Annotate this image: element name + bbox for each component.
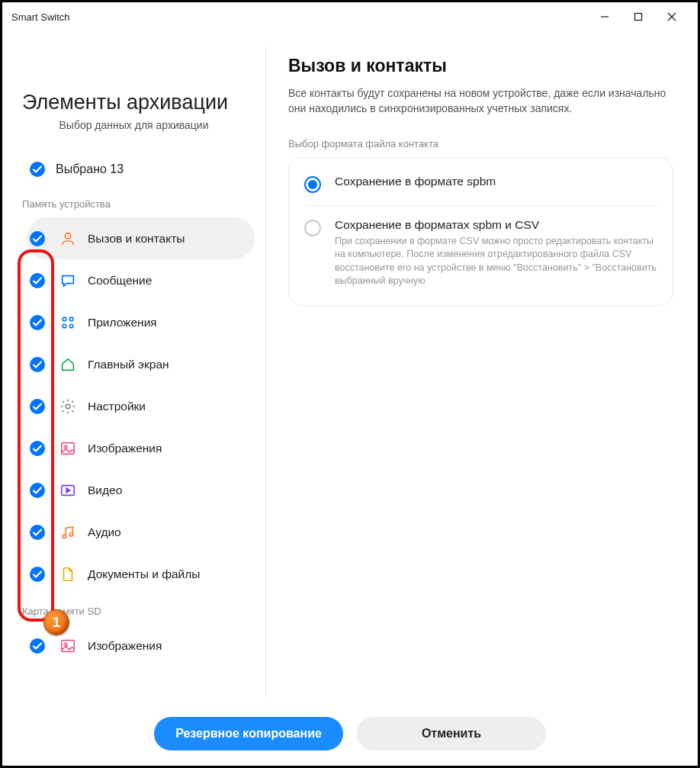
- sidebar-item-messages[interactable]: Сообщение: [27, 259, 255, 301]
- svg-rect-17: [62, 442, 75, 454]
- sidebar-item-homescreen[interactable]: Главный экран: [27, 343, 255, 385]
- svg-rect-1: [635, 14, 642, 21]
- detail-heading: Вызов и контакты: [288, 56, 673, 76]
- option-spbm-csv[interactable]: Сохранение в форматах spbm и CSV При сох…: [304, 205, 657, 300]
- sidebar-item-label: Изображения: [88, 639, 162, 653]
- svg-point-12: [69, 324, 73, 328]
- group-sd-card: Карта памяти SD: [2, 606, 265, 625]
- svg-point-22: [63, 535, 66, 538]
- cancel-button[interactable]: Отменить: [357, 717, 546, 750]
- video-icon: [59, 481, 77, 500]
- sidebar-item-settings[interactable]: Настройки: [27, 385, 255, 427]
- apps-icon: [59, 313, 77, 332]
- minimize-button[interactable]: [588, 4, 621, 30]
- sidebar-item-label: Изображения: [88, 442, 162, 455]
- document-icon: [59, 565, 77, 583]
- image-icon: [59, 637, 77, 655]
- sidebar-item-label: Приложения: [88, 316, 157, 329]
- gear-icon: [59, 397, 77, 416]
- detail-description: Все контакты будут сохранены на новом ус…: [288, 85, 669, 117]
- annotation-badge-1: 1: [43, 609, 69, 635]
- sidebar-item-label: Документы и файлы: [88, 567, 200, 581]
- vertical-divider: [265, 47, 266, 697]
- check-icon: [30, 483, 45, 498]
- home-icon: [59, 355, 77, 374]
- check-icon: [30, 441, 45, 456]
- svg-point-10: [69, 317, 73, 321]
- sidebar-item-audio[interactable]: Аудио: [27, 511, 255, 553]
- option-title: Сохранение в форматах spbm и CSV: [335, 218, 657, 232]
- footer: Резервное копирование Отменить: [2, 717, 698, 750]
- option-description: При сохранении в формате CSV можно прост…: [335, 235, 657, 288]
- svg-point-11: [63, 324, 66, 328]
- window-title: Smart Switch: [11, 11, 70, 23]
- check-icon: [30, 162, 45, 177]
- sidebar-item-label: Настройки: [88, 400, 146, 413]
- format-options-card: Сохранение в формате spbm Сохранение в ф…: [288, 157, 673, 306]
- svg-point-9: [63, 317, 66, 321]
- sidebar-item-apps[interactable]: Приложения: [27, 301, 255, 343]
- check-icon: [30, 399, 45, 414]
- titlebar: Smart Switch: [2, 2, 698, 31]
- image-icon: [59, 439, 77, 458]
- radio-selected-icon: [304, 176, 321, 193]
- check-icon: [30, 525, 45, 540]
- sidebar-heading: Элементы архивации: [2, 53, 265, 119]
- radio-unselected-icon: [304, 220, 321, 236]
- group-device-storage: Память устройства: [2, 198, 265, 217]
- detail-panel: Вызов и контакты Все контакты будут сохр…: [265, 31, 698, 766]
- check-icon: [30, 315, 45, 330]
- sidebar-subheading: Выбор данных для архивации: [2, 119, 265, 162]
- selected-count-row[interactable]: Выбрано 13: [2, 162, 265, 177]
- backup-button[interactable]: Резервное копирование: [154, 717, 343, 750]
- sidebar-item-documents[interactable]: Документы и файлы: [27, 553, 255, 595]
- sidebar-item-images[interactable]: Изображения: [27, 427, 255, 469]
- sidebar-item-label: Вызов и контакты: [88, 232, 185, 246]
- svg-point-18: [64, 445, 67, 448]
- svg-rect-26: [62, 640, 75, 651]
- selected-count-label: Выбрано 13: [56, 162, 124, 176]
- sidebar-item-label: Главный экран: [88, 358, 169, 371]
- check-icon: [30, 567, 45, 582]
- sidebar-item-label: Аудио: [88, 525, 121, 539]
- sidebar: Элементы архивации Выбор данных для архи…: [2, 31, 265, 766]
- option-title: Сохранение в формате spbm: [335, 175, 657, 188]
- sidebar-item-label: Видео: [88, 484, 122, 497]
- format-group-label: Выбор формата файла контакта: [288, 138, 673, 149]
- sidebar-item-label: Сообщение: [88, 274, 152, 288]
- check-icon: [30, 357, 45, 372]
- option-spbm[interactable]: Сохранение в формате spbm: [289, 162, 673, 205]
- close-button[interactable]: [655, 4, 689, 30]
- svg-point-6: [65, 233, 70, 238]
- check-icon: [30, 231, 45, 246]
- sidebar-item-contacts[interactable]: Вызов и контакты: [27, 217, 255, 259]
- sidebar-item-video[interactable]: Видео: [27, 469, 255, 511]
- svg-point-23: [69, 532, 73, 536]
- svg-point-27: [64, 643, 67, 646]
- message-icon: [59, 272, 77, 290]
- svg-point-15: [66, 404, 70, 409]
- check-icon: [30, 273, 45, 288]
- audio-icon: [59, 523, 77, 541]
- check-icon: [30, 638, 45, 654]
- maximize-button[interactable]: [621, 4, 655, 30]
- contacts-icon: [59, 230, 77, 248]
